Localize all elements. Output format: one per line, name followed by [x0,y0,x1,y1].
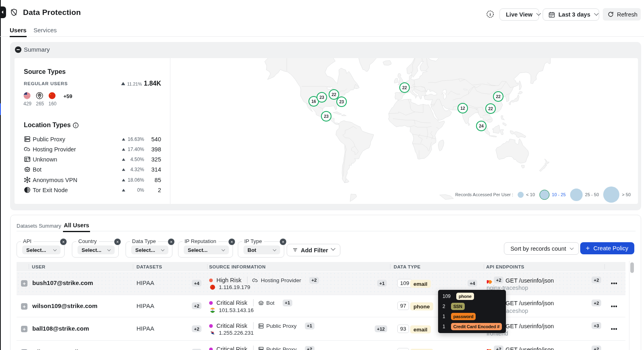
svg-text:i: i [489,12,491,17]
